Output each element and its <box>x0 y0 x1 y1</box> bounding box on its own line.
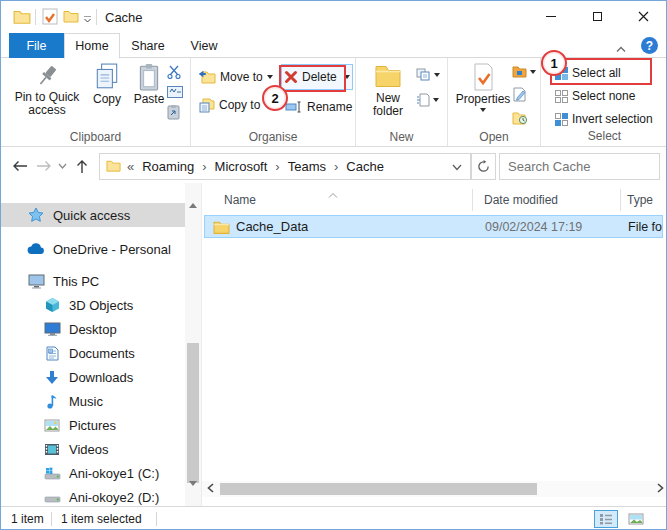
close-button[interactable] <box>620 1 666 31</box>
breadcrumb-separator[interactable]: › <box>332 159 340 174</box>
sidebar-item-quick-access[interactable]: Quick access <box>1 203 185 227</box>
history-icon <box>512 111 528 125</box>
maximize-button[interactable] <box>574 1 620 31</box>
new-folder-icon <box>373 63 403 90</box>
forward-arrow-icon <box>36 160 52 172</box>
search-box <box>499 153 660 180</box>
column-header-date-modified[interactable]: Date modified <box>484 187 558 211</box>
copy-path-button[interactable] <box>167 83 183 100</box>
paste-shortcut-button[interactable] <box>167 103 183 120</box>
scroll-right-icon[interactable] <box>657 482 664 496</box>
tab-file[interactable]: File <box>9 33 64 58</box>
breadcrumb-roaming[interactable]: Roaming <box>136 159 200 174</box>
sidebar-item-label: This PC <box>53 274 99 289</box>
sidebar-item-documents[interactable]: Documents <box>1 341 185 365</box>
copy-to-button[interactable]: Copy to <box>199 94 270 116</box>
close-icon <box>638 11 649 22</box>
delete-button[interactable]: Delete <box>284 66 337 88</box>
sidebar-scrollbar[interactable] <box>185 183 201 506</box>
move-to-button[interactable]: Move to <box>199 66 273 88</box>
new-folder-label: New folder <box>360 92 416 118</box>
help-button[interactable]: ? <box>641 37 658 54</box>
tab-view[interactable]: View <box>176 33 232 58</box>
address-box[interactable]: « Roaming › Microsoft › Teams › Cache <box>99 153 471 180</box>
horizontal-scrollbar[interactable] <box>202 481 667 497</box>
tab-share[interactable]: Share <box>120 33 176 58</box>
sidebar-item-music[interactable]: Music <box>1 389 185 413</box>
sidebar-item-this-pc[interactable]: This PC <box>1 269 185 293</box>
file-date-modified: 09/02/2024 17:19 <box>485 220 582 234</box>
file-row-cache-data[interactable]: Cache_Data 09/02/2024 17:19 File folder <box>204 215 663 238</box>
sidebar-scrollbar-thumb[interactable] <box>187 343 199 483</box>
qat-properties-icon[interactable] <box>42 8 58 28</box>
sidebar-item-label: OneDrive - Personal <box>53 242 171 257</box>
document-icon <box>43 345 61 361</box>
sidebar-item-onedrive[interactable]: OneDrive - Personal <box>1 237 185 261</box>
breadcrumb-teams[interactable]: Teams <box>282 159 332 174</box>
recent-locations-button[interactable] <box>55 153 69 179</box>
details-view-button[interactable] <box>594 510 618 528</box>
dropdown-arrow-icon <box>434 73 440 77</box>
minimize-icon <box>546 16 556 17</box>
annotation-step-2: 2 <box>262 85 288 111</box>
scroll-up-icon[interactable] <box>189 189 197 203</box>
open-button[interactable] <box>512 63 536 80</box>
navigation-pane: Quick access OneDrive - Personal This PC… <box>1 183 185 506</box>
sidebar-item-videos[interactable]: Videos <box>1 437 185 461</box>
new-folder-button[interactable]: New folder <box>360 61 416 118</box>
breadcrumb-separator[interactable]: › <box>200 159 208 174</box>
folder-icon <box>205 220 236 234</box>
collapse-ribbon-icon[interactable] <box>616 42 626 56</box>
thumbnail-view-button[interactable] <box>624 510 648 528</box>
forward-button[interactable] <box>33 153 55 179</box>
breadcrumb-cache[interactable]: Cache <box>340 159 390 174</box>
search-input[interactable] <box>500 159 667 174</box>
pushpin-icon <box>34 63 60 89</box>
column-header-type[interactable]: Type <box>627 187 653 211</box>
tab-home[interactable]: Home <box>64 33 120 59</box>
refresh-button[interactable] <box>471 153 496 180</box>
copy-button[interactable]: Copy <box>85 61 129 106</box>
scroll-left-icon[interactable] <box>207 482 214 496</box>
address-dropdown-icon[interactable] <box>452 160 470 174</box>
copy-icon <box>94 63 120 91</box>
select-none-button[interactable]: Select none <box>555 85 635 107</box>
horizontal-scrollbar-thumb[interactable] <box>220 483 537 495</box>
picture-icon <box>43 417 61 433</box>
column-divider[interactable] <box>620 189 621 211</box>
properties-button[interactable]: Properties <box>454 61 512 112</box>
pin-to-quick-access-button[interactable]: Pin to Quick access <box>11 61 83 117</box>
qat-customize-chevron-icon[interactable] <box>83 13 92 27</box>
easy-access-button-1[interactable] <box>416 66 440 83</box>
breadcrumb-overflow[interactable]: « <box>125 159 136 174</box>
cut-button[interactable] <box>167 63 183 80</box>
edit-button[interactable] <box>512 86 536 103</box>
sidebar-item-desktop[interactable]: Desktop <box>1 317 185 341</box>
annotation-step-1: 1 <box>541 50 567 76</box>
history-button[interactable] <box>512 109 536 126</box>
address-bar-row: « Roaming › Microsoft › Teams › Cache <box>1 151 666 181</box>
delete-dropdown-arrow-icon[interactable] <box>344 75 350 79</box>
qat-new-folder-icon[interactable] <box>63 9 79 26</box>
column-header-name[interactable]: Name <box>224 187 256 211</box>
rename-button[interactable]: Rename <box>285 96 352 118</box>
sidebar-item-drive-c[interactable]: Ani-okoye1 (C:) <box>1 461 185 485</box>
scroll-down-icon[interactable] <box>189 486 197 500</box>
back-button[interactable] <box>9 153 31 179</box>
copy-to-icon <box>199 98 215 113</box>
sidebar-item-3d-objects[interactable]: 3D Objects <box>1 293 185 317</box>
sidebar-item-label: Videos <box>69 442 109 457</box>
download-arrow-icon <box>43 369 61 385</box>
minimize-button[interactable] <box>528 1 574 31</box>
divider <box>96 9 97 25</box>
up-button[interactable] <box>71 153 93 179</box>
invert-selection-button[interactable]: Invert selection <box>555 108 653 130</box>
breadcrumb-separator[interactable]: › <box>273 159 281 174</box>
breadcrumb-microsoft[interactable]: Microsoft <box>209 159 274 174</box>
paste-button[interactable]: Paste <box>129 61 169 106</box>
sidebar-item-downloads[interactable]: Downloads <box>1 365 185 389</box>
column-divider[interactable] <box>472 189 473 211</box>
sidebar-item-pictures[interactable]: Pictures <box>1 413 185 437</box>
easy-access-button-2[interactable] <box>416 91 440 108</box>
sidebar-item-drive-d[interactable]: Ani-okoye2 (D:) <box>1 485 185 506</box>
